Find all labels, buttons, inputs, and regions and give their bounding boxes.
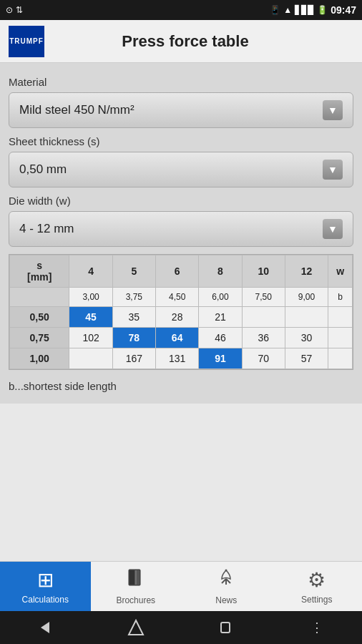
svg-rect-1 [129, 570, 134, 585]
page-title: Press force table [53, 32, 353, 51]
subheader-3_00: 3,00 [69, 288, 112, 307]
svg-rect-9 [221, 623, 230, 633]
usb-icon: ⇅ [16, 5, 23, 15]
col-s-mm: s[mm] [10, 255, 69, 288]
row-0_75-header: 0,75 [10, 328, 69, 348]
press-force-table: s[mm] 4 5 6 8 10 12 w 3,00 3,75 4,50 6,0… [9, 254, 353, 370]
bottom-nav: ⊞ Calculations Brochures News ⚙ Settings [0, 561, 362, 611]
app-header: TRUMPF Press force table [0, 20, 362, 63]
row-1_00-col6: 131 [156, 348, 199, 369]
subheader-empty [10, 288, 69, 307]
material-arrow-icon: ▼ [323, 100, 343, 120]
sheet-thickness-label: Sheet thickness (s) [9, 135, 353, 147]
calculator-icon: ⊞ [37, 568, 54, 592]
table-row: 1,00 167 131 91 70 57 [10, 348, 353, 369]
settings-icon: ⚙ [308, 568, 326, 592]
col-6: 6 [156, 255, 199, 288]
row-1_00-col12: 57 [285, 348, 328, 369]
col-12: 12 [285, 255, 328, 288]
nav-brochures[interactable]: Brochures [91, 562, 182, 611]
subheader-6_00: 6,00 [199, 288, 242, 307]
sheet-thickness-dropdown[interactable]: 0,50 mm ▼ [9, 152, 353, 187]
system-nav-bar: ⋮ [0, 611, 362, 644]
col-8: 8 [199, 255, 242, 288]
row-1_00-col8: 91 [199, 348, 242, 369]
row-1_00-header: 1,00 [10, 348, 69, 369]
row-0_50-col4: 45 [69, 307, 112, 328]
nav-calculations-label: Calculations [22, 595, 69, 605]
die-width-label: Die width (w) [9, 195, 353, 207]
row-1_00-col5: 167 [112, 348, 155, 369]
subheader-4_50: 4,50 [156, 288, 199, 307]
svg-point-6 [225, 570, 228, 572]
phone-icon: 📱 [270, 5, 280, 15]
android-icon: ⊙ [6, 5, 13, 15]
col-w: w [328, 255, 353, 288]
nav-news[interactable]: News [181, 562, 272, 611]
trumpf-logo: TRUMPF [9, 26, 44, 57]
material-dropdown[interactable]: Mild steel 450 N/mm² ▼ [9, 92, 353, 128]
row-0_75-col6: 64 [156, 328, 199, 348]
subheader-9_00: 9,00 [285, 288, 328, 307]
row-0_75-col10: 36 [242, 328, 285, 348]
wifi-icon: ▲ [283, 5, 292, 15]
nav-settings-label: Settings [301, 595, 332, 605]
svg-marker-7 [41, 622, 49, 633]
row-0_50-col10 [242, 307, 285, 328]
row-0_75-col5: 78 [112, 328, 155, 348]
row-1_00-colw [328, 348, 353, 369]
table-row: 0,75 102 78 64 46 36 30 [10, 328, 353, 348]
row-1_00-col4 [69, 348, 112, 369]
sheet-thickness-arrow-icon: ▼ [323, 160, 343, 180]
subheader-3_75: 3,75 [112, 288, 155, 307]
material-value: Mild steel 450 N/mm² [19, 103, 134, 117]
signal-icon: ▋▊▉ [295, 5, 314, 15]
row-0_50-col5: 35 [112, 307, 155, 328]
nav-news-label: News [215, 595, 237, 605]
row-0_75-col12: 30 [285, 328, 328, 348]
sheet-thickness-value: 0,50 mm [19, 162, 67, 177]
logo-text: TRUMPF [9, 26, 44, 57]
col-10: 10 [242, 255, 285, 288]
col-5: 5 [112, 255, 155, 288]
nav-calculations[interactable]: ⊞ Calculations [0, 562, 91, 611]
subheader-b: b [328, 288, 353, 307]
row-0_50-col8: 21 [199, 307, 242, 328]
table-row: 0,50 45 35 28 21 [10, 307, 353, 328]
main-content: Material Mild steel 450 N/mm² ▼ Sheet th… [0, 63, 362, 404]
back-button[interactable] [32, 618, 58, 637]
row-0_50-col6: 28 [156, 307, 199, 328]
row-0_50-colw [328, 307, 353, 328]
home-button[interactable] [123, 618, 149, 637]
battery-icon: 🔋 [317, 5, 328, 15]
recents-button[interactable] [213, 618, 239, 637]
material-label: Material [9, 76, 353, 88]
row-0_50-header: 0,50 [10, 307, 69, 328]
status-time: 09:47 [331, 4, 356, 16]
table-subheader-row: 3,00 3,75 4,50 6,00 7,50 9,00 b [10, 288, 353, 307]
die-width-arrow-icon: ▼ [323, 219, 343, 239]
row-0_75-col4: 102 [69, 328, 112, 348]
nav-settings[interactable]: ⚙ Settings [272, 562, 363, 611]
subheader-7_50: 7,50 [242, 288, 285, 307]
row-0_75-colw [328, 328, 353, 348]
row-0_75-col8: 46 [199, 328, 242, 348]
row-0_50-col12 [285, 307, 328, 328]
die-width-dropdown[interactable]: 4 - 12 mm ▼ [9, 211, 353, 247]
more-button[interactable]: ⋮ [304, 618, 330, 637]
col-4: 4 [69, 255, 112, 288]
brochures-icon [126, 567, 146, 592]
status-bar: ⊙ ⇅ 📱 ▲ ▋▊▉ 🔋 09:47 [0, 0, 362, 20]
status-right-icons: 📱 ▲ ▋▊▉ 🔋 09:47 [270, 4, 356, 16]
news-icon [216, 567, 236, 592]
table-header-row: s[mm] 4 5 6 8 10 12 w [10, 255, 353, 288]
die-width-value: 4 - 12 mm [19, 222, 74, 236]
svg-marker-8 [129, 620, 143, 635]
status-left-icons: ⊙ ⇅ [6, 5, 23, 15]
bottom-note: b...shortest side length [9, 376, 353, 396]
row-1_00-col10: 70 [242, 348, 285, 369]
nav-brochures-label: Brochures [116, 595, 155, 605]
